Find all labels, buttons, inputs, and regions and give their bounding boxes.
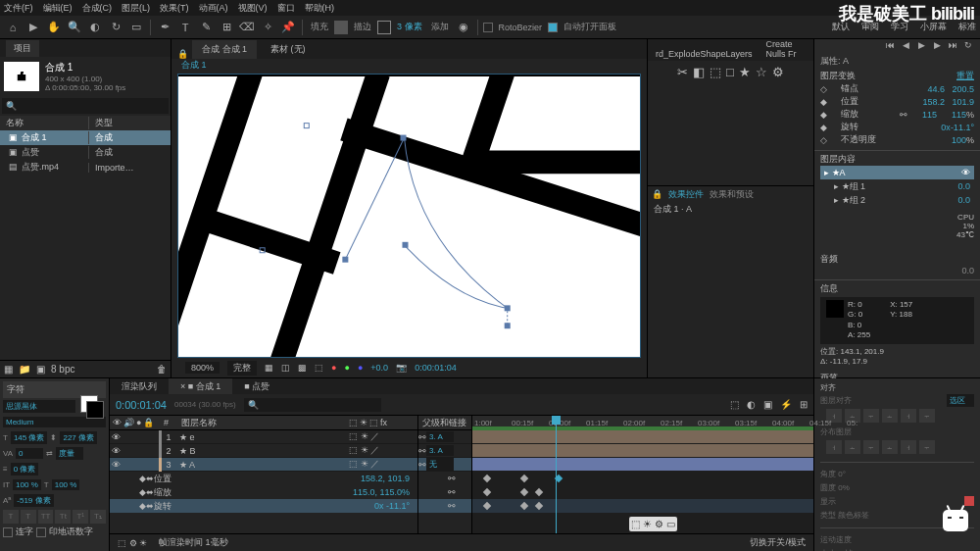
stopwatch-icon[interactable]: ◇ (820, 135, 827, 145)
stopwatch-icon[interactable]: ◆ (139, 474, 146, 483)
eye-toggle[interactable]: 👁 (110, 446, 122, 456)
super-btn[interactable]: T¹ (73, 510, 88, 524)
home-icon[interactable]: ⌂ (4, 19, 22, 36)
script-btn[interactable]: ⬚ (710, 65, 721, 79)
timeline-layer[interactable]: 👁 1 ★ e ⬚ ☀ ／ (110, 430, 417, 444)
timeline-prop-position[interactable]: ◆ ⬌ 位置 158.2, 101.9 (110, 472, 417, 485)
anchor-y[interactable]: 200.5 (945, 84, 974, 94)
channel-icon[interactable]: ● (331, 363, 336, 373)
brush-angle[interactable]: 角度 0° (820, 467, 974, 480)
scale-v[interactable]: 100 % (52, 479, 80, 490)
stamp-tool-icon[interactable]: ⊞ (218, 19, 235, 36)
timeline-layer[interactable]: 👁 3 ★ A ⬚ ☀ ／ (110, 458, 417, 472)
render-queue-tab[interactable]: 渲染队列 (110, 378, 169, 394)
parent-dropdown[interactable]: 无 (426, 458, 454, 471)
project-tab[interactable]: 项目 (6, 40, 39, 57)
layer-bar[interactable] (472, 430, 813, 443)
project-col-type[interactable]: 类型 (88, 117, 171, 129)
transparency-icon[interactable]: ▩ (298, 363, 307, 373)
roto-tool-icon[interactable]: ✧ (259, 19, 276, 36)
viewer-tab-footage[interactable]: 素材 (无) (261, 40, 316, 59)
leading[interactable]: 227 像素 (60, 431, 97, 444)
hand-tool-icon[interactable]: ✋ (45, 19, 63, 36)
effects-tab[interactable]: 效果控件 (668, 188, 704, 201)
tl-icon[interactable]: ⬚ (730, 399, 739, 410)
viewer-lock-icon[interactable]: 🔒 (177, 49, 188, 59)
presets-tab[interactable]: 效果和预设 (710, 188, 754, 201)
composition-viewer[interactable] (177, 74, 641, 358)
anchor-x[interactable]: 44.6 (915, 84, 945, 94)
lock-col-icon[interactable]: 🔒 (143, 418, 154, 427)
snapshot-icon[interactable]: 📷 (396, 363, 407, 373)
stroke-px[interactable]: 3 像素 (397, 21, 422, 33)
dist-btn[interactable]: ⫠ (882, 440, 898, 454)
dist-btn[interactable]: ⫟ (863, 440, 879, 454)
scale-h[interactable]: 100 % (13, 479, 41, 490)
align-bottom[interactable]: ⫟ (919, 409, 935, 423)
audio-col-icon[interactable]: 🔊 (123, 418, 134, 427)
prev-frame-icon[interactable]: ◀ (900, 39, 911, 51)
shy-icon[interactable]: ⬚ (349, 418, 358, 427)
project-search[interactable]: 🔍 (2, 98, 169, 114)
exposure-value[interactable]: +0.0 (370, 363, 388, 373)
dist-btn[interactable]: ⫞ (826, 440, 842, 454)
loop-icon[interactable]: ↻ (962, 39, 974, 51)
trash-icon[interactable]: 🗑 (157, 364, 167, 375)
pickwhip-icon[interactable]: ⚯ (448, 487, 456, 497)
rotation-value[interactable]: 0x -11.1° (374, 501, 417, 511)
zoom-tool-icon[interactable]: 🔍 (66, 19, 83, 36)
script-tab-1[interactable]: rd_ExplodeShapeLayers (652, 47, 757, 61)
project-row[interactable]: ▣点赞 合成 (0, 145, 171, 160)
stroke-swatch[interactable] (377, 21, 391, 34)
timeline-layer[interactable]: 👁 2 ★ B ⬚ ☀ ／ (110, 444, 417, 458)
parent-dropdown[interactable]: 3. A (426, 445, 454, 456)
script-btn[interactable]: ☆ (756, 65, 767, 79)
keyframe[interactable] (520, 502, 528, 510)
zoom-dropdown[interactable]: 800% (185, 362, 220, 374)
ligatures-check[interactable] (3, 527, 13, 537)
pickwhip-icon[interactable]: ⚯ (418, 446, 426, 456)
scale-y[interactable]: 115 (937, 110, 966, 120)
content-item[interactable]: ▸ ★ A👁 (820, 166, 974, 179)
project-row[interactable]: ▤点赞.mp4 Importe… (0, 160, 171, 175)
italic-btn[interactable]: T (21, 510, 36, 524)
current-time[interactable]: 0:00:01:04 (116, 399, 167, 411)
menu-help[interactable]: 帮助(H) (305, 2, 335, 15)
text-tool-icon[interactable]: T (176, 19, 194, 36)
menu-window[interactable]: 窗口 (277, 2, 295, 15)
rotation-val[interactable]: 0x-11.1° (941, 123, 974, 132)
menu-layer[interactable]: 图层(L) (122, 2, 150, 15)
kerning[interactable]: 0 (16, 448, 43, 459)
project-col-name[interactable]: 名称 (0, 117, 88, 129)
dist-btn[interactable]: ⫟ (919, 440, 935, 454)
timeline-tab-comp1[interactable]: × ■ 合成 1 (169, 378, 232, 394)
keyframe[interactable] (483, 475, 491, 482)
time-ruler[interactable]: 1:00f 00:15f 01:00f 01:15f 02:00f 02:15f… (472, 416, 813, 430)
keyframe[interactable] (483, 502, 491, 510)
stroke-width[interactable]: 0 像素 (11, 463, 39, 476)
align-right[interactable]: ⫟ (863, 409, 879, 423)
position-value[interactable]: 158.2, 101.9 (361, 474, 417, 483)
visibility-icon[interactable]: 👁 (961, 168, 970, 177)
script-btn[interactable]: ⚙ (772, 65, 784, 79)
keyframe[interactable] (520, 475, 528, 482)
col-source-name[interactable]: 图层名称 (181, 417, 349, 429)
script-btn[interactable]: □ (726, 65, 734, 79)
pickwhip-icon[interactable]: ⚯ (418, 460, 426, 470)
keyframe[interactable] (483, 488, 491, 496)
pickwhip-icon[interactable]: ⚯ (418, 432, 426, 442)
tl-icon[interactable]: ⊞ (800, 399, 808, 410)
next-frame-icon[interactable]: ▶ (931, 39, 943, 51)
script-tab-2[interactable]: Create Nulls Fr (762, 37, 809, 61)
menu-view[interactable]: 视图(V) (238, 2, 268, 15)
mask-icon[interactable]: ◫ (281, 363, 290, 373)
font-family[interactable]: 思源黑体 (3, 400, 75, 413)
menu-anim[interactable]: 动画(A) (199, 2, 228, 15)
rotobezier-check[interactable] (483, 23, 493, 32)
pickwhip-icon[interactable]: ⚯ (448, 474, 456, 483)
hindi-check[interactable] (36, 527, 46, 537)
toggle-switches-icon[interactable]: ⬚ ⚙ ☀ (118, 538, 147, 548)
brush-tool-icon[interactable]: ✎ (197, 19, 215, 36)
folder-icon[interactable]: 📁 (19, 364, 30, 375)
align-top[interactable]: ⫠ (882, 409, 898, 423)
